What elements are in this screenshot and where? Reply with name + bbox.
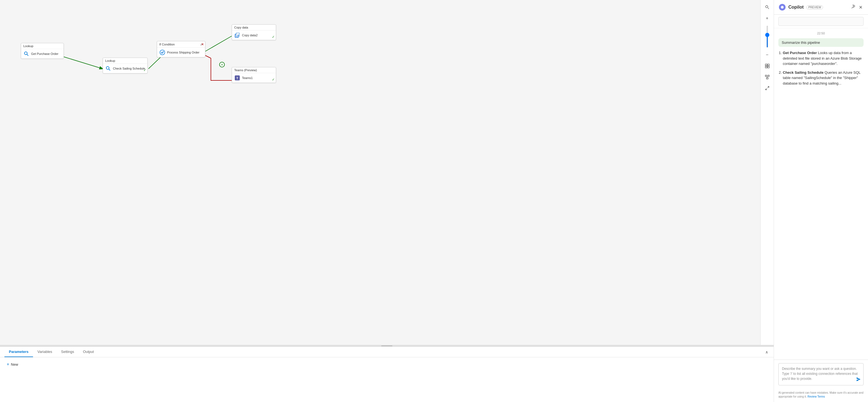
svg-rect-20 — [767, 78, 768, 79]
copilot-header-actions: ✕ — [850, 3, 864, 11]
tab-settings[interactable]: Settings — [57, 347, 79, 357]
copilot-title: Copilot — [788, 5, 804, 10]
copilot-preview-badge: PREVIEW — [806, 5, 823, 9]
tab-variables[interactable]: Variables — [33, 347, 57, 357]
bottom-panel: Parameters Variables Settings Output ∧ +… — [0, 346, 774, 402]
zoom-slider[interactable] — [767, 26, 768, 48]
teams-header: Teams (Preview) — [232, 67, 276, 73]
check-icon-lookup2: ✓ — [144, 68, 146, 72]
copilot-send-button[interactable] — [856, 377, 861, 383]
svg-text:T: T — [237, 76, 238, 80]
copy-data-icon — [234, 32, 240, 38]
svg-rect-18 — [765, 75, 767, 76]
lookup-icon-2 — [105, 65, 111, 71]
svg-point-3 — [24, 52, 27, 55]
zoom-slider-container — [767, 26, 768, 48]
teams-node[interactable]: Teams (Preview) T Teams1 ✓ — [232, 67, 276, 83]
lookup-icon-1 — [23, 51, 29, 57]
copilot-response: Get Purchase Order Looks up data from a … — [778, 50, 864, 86]
svg-rect-16 — [765, 66, 767, 68]
svg-point-12 — [766, 5, 768, 8]
copilot-panel: Copilot PREVIEW ✕ 22:50 Summarize this p… — [774, 0, 868, 402]
response-item-1-title: Get Purchase Order — [783, 51, 817, 55]
copy-data-header: Copy data — [232, 25, 276, 31]
search-canvas-button[interactable] — [762, 2, 772, 12]
fit-view-button[interactable] — [762, 61, 772, 71]
tab-parameters[interactable]: Parameters — [4, 347, 33, 357]
bottom-panel-content: + New — [0, 357, 774, 371]
bottom-panel-tabs: Parameters Variables Settings Output ∧ — [0, 347, 774, 357]
copilot-header: Copilot PREVIEW ✕ — [774, 0, 868, 15]
plus-icon: + — [7, 362, 9, 367]
copilot-footer: AI-generated content can have mistakes. … — [774, 389, 868, 402]
svg-line-13 — [768, 8, 769, 9]
if-condition-icon — [159, 49, 165, 56]
svg-rect-17 — [768, 66, 769, 68]
copilot-close-button[interactable]: ✕ — [858, 3, 864, 11]
copy-data-label: Copy data2 — [242, 34, 257, 37]
copilot-logo — [778, 3, 786, 11]
lookup-check-sailing-schedule[interactable]: Lookup Check Sailing Schedule ✓ — [103, 58, 148, 73]
canvas-toolbar: + − — [760, 0, 774, 345]
node-label-lookup2: Check Sailing Schedule — [113, 67, 145, 70]
svg-line-2 — [205, 56, 211, 58]
svg-line-6 — [109, 69, 110, 70]
svg-line-4 — [27, 54, 28, 56]
tab-output[interactable]: Output — [79, 347, 98, 357]
svg-line-24 — [851, 7, 853, 8]
teams-label: Teams1 — [242, 76, 253, 79]
svg-point-7 — [160, 50, 165, 55]
expand-canvas-button[interactable] — [762, 83, 772, 93]
response-item-2-title: Check Sailing Schedule — [783, 70, 824, 75]
copilot-search-area — [774, 15, 868, 28]
node-header-lookup2: Lookup — [103, 58, 147, 64]
node-header-lookup1: Lookup — [21, 43, 64, 49]
copilot-input-area: Describe the summary you want or ask a q… — [774, 360, 868, 389]
connections-svg — [0, 0, 774, 345]
x-icon-process: ✕ — [201, 42, 204, 46]
copilot-placeholder-text: Describe the summary you want or ask a q… — [782, 366, 860, 381]
new-button-label: New — [11, 362, 18, 367]
review-terms-link[interactable]: Review Terms — [807, 395, 825, 398]
svg-line-1 — [149, 57, 161, 69]
teams-icon: T — [234, 75, 240, 81]
main-area: Lookup Get Purchase Order Lookup Check S… — [0, 0, 774, 402]
auto-layout-button[interactable] — [762, 72, 772, 82]
pipeline-canvas: Lookup Get Purchase Order Lookup Check S… — [0, 0, 774, 345]
copilot-input-box[interactable]: Describe the summary you want or ask a q… — [778, 363, 864, 386]
zoom-in-button[interactable]: + — [762, 13, 772, 23]
copilot-messages: 22:50 Summarize this pipeline Get Purcha… — [774, 28, 868, 360]
add-node-button[interactable]: + — [219, 62, 225, 67]
new-parameter-button[interactable]: + New — [4, 361, 20, 368]
node-label-lookup1: Get Purchase Order — [31, 52, 58, 56]
copilot-pin-button[interactable] — [850, 3, 857, 11]
svg-rect-15 — [768, 64, 769, 66]
svg-rect-19 — [768, 75, 769, 76]
svg-rect-14 — [765, 64, 767, 66]
collapse-panel-button[interactable]: ∧ — [764, 349, 769, 356]
if-condition-node[interactable]: If Condition ⤢ Process Shipping Order ✕ — [157, 41, 205, 57]
copilot-timestamp: 22:50 — [778, 32, 864, 35]
lookup-get-purchase-order[interactable]: Lookup Get Purchase Order — [21, 43, 64, 59]
zoom-out-button[interactable]: − — [762, 50, 772, 60]
copilot-user-message: Summarize this pipeline — [778, 38, 864, 47]
copilot-response-item-2: Check Sailing Schedule Queries an Azure … — [783, 70, 864, 86]
check-icon-copy: ✓ — [272, 35, 275, 39]
copilot-response-item-1: Get Purchase Order Looks up data from a … — [783, 50, 864, 67]
svg-point-5 — [106, 67, 109, 69]
check-icon-teams: ✓ — [272, 78, 275, 81]
if-condition-header: If Condition — [159, 43, 175, 46]
svg-line-0 — [64, 57, 103, 69]
if-condition-label: Process Shipping Order — [167, 51, 199, 54]
copy-data-node[interactable]: Copy data Copy data2 ✓ — [232, 24, 276, 40]
svg-rect-9 — [236, 33, 240, 36]
